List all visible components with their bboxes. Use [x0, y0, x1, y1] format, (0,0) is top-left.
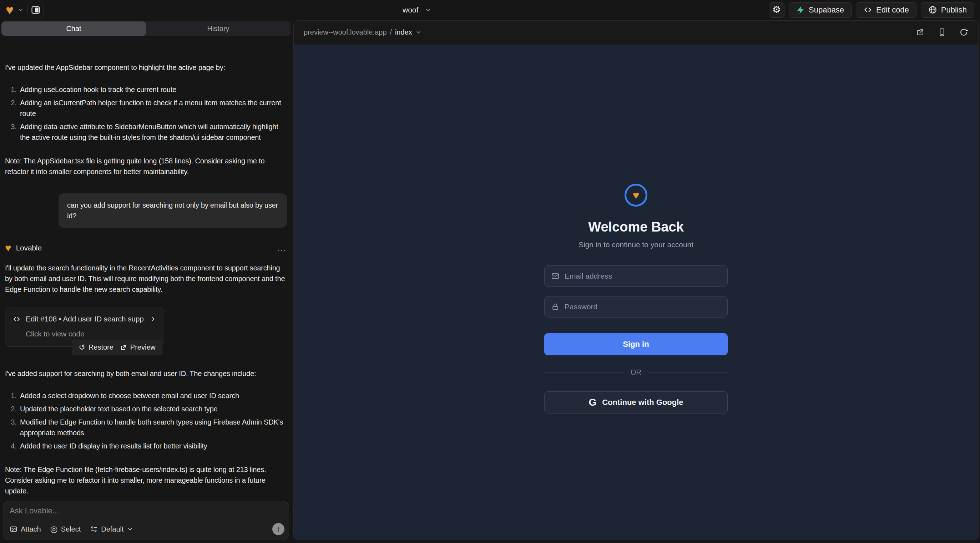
google-sign-in-button[interactable]: G Continue with Google	[544, 391, 728, 413]
phone-icon	[937, 28, 947, 37]
panel-left-icon	[31, 5, 41, 15]
globe-icon	[928, 5, 937, 14]
tab-history[interactable]: History	[146, 21, 291, 36]
mail-icon	[551, 272, 560, 280]
restore-button[interactable]: ↺ Restore	[76, 343, 115, 351]
edit-code-card[interactable]: Edit #108 • Add user ID search supp... C…	[5, 307, 164, 347]
code-icon	[863, 5, 872, 14]
google-g-icon: G	[589, 397, 597, 407]
lock-icon	[551, 303, 560, 311]
lovable-heart-icon: ♥	[5, 243, 11, 253]
preview-domain: preview--woof.lovable.app	[304, 28, 387, 37]
settings-button[interactable]: ⚙	[769, 2, 784, 18]
or-label: OR	[631, 368, 641, 376]
divider-line	[544, 372, 624, 373]
assistant-header: ♥ Lovable …	[5, 243, 287, 253]
assistant-paragraph: I'll update the search functionality in …	[5, 263, 287, 295]
preview-panel: preview--woof.lovable.app / index	[293, 20, 978, 540]
list-item: Added the user ID display in the results…	[19, 441, 287, 451]
email-input[interactable]	[565, 272, 721, 280]
chat-history-tabs: Chat History	[2, 21, 291, 36]
edit-card-subtitle: Click to view code	[26, 329, 157, 339]
supabase-bolt-icon	[796, 6, 805, 14]
app-logo: ♥	[625, 184, 648, 206]
chat-messages[interactable]: I've updated the AppSidebar component to…	[0, 56, 292, 499]
list-item: Added a select dropdown to choose betwee…	[19, 390, 287, 401]
attach-button[interactable]: Attach	[10, 525, 41, 533]
gear-icon: ⚙	[772, 5, 781, 14]
external-link-icon	[120, 344, 127, 351]
publish-button[interactable]: Publish	[921, 2, 974, 18]
send-button[interactable]: ↑	[272, 523, 285, 535]
edit-code-button[interactable]: Edit code	[856, 2, 916, 18]
user-message-bubble: can you add support for searching not on…	[59, 194, 287, 228]
message-menu-icon[interactable]: …	[277, 243, 287, 253]
refresh-icon	[959, 28, 968, 37]
signin-card: ♥ Welcome Back Sign in to continue to yo…	[544, 44, 728, 540]
sign-in-button[interactable]: Sign in	[544, 333, 728, 355]
chevron-down-icon[interactable]	[18, 7, 24, 13]
composer: Attach ◎ Select Default ↑	[3, 501, 289, 540]
password-field	[544, 296, 728, 318]
restore-icon: ↺	[78, 344, 85, 351]
list-item: Adding data-active attribute to SidebarM…	[19, 121, 287, 143]
heart-icon: ♥	[633, 189, 640, 201]
list-item: Adding an isCurrentPath helper function …	[19, 97, 287, 119]
list-item: Updated the placeholder text based on th…	[19, 403, 287, 414]
chat-panel: Chat History I've updated the AppSidebar…	[0, 20, 292, 543]
assistant-note: Note: The AppSidebar.tsx file is getting…	[5, 156, 287, 177]
arrow-up-icon: ↑	[277, 525, 280, 533]
list-item: Adding useLocation hook to track the cur…	[19, 84, 287, 95]
project-name: woof	[402, 6, 418, 14]
code-icon	[13, 315, 21, 323]
page-title: Welcome Back	[588, 219, 684, 235]
supabase-button[interactable]: Supabase	[789, 2, 851, 18]
external-link-icon	[916, 28, 925, 37]
preview-header: preview--woof.lovable.app / index	[294, 21, 978, 44]
target-icon: ◎	[50, 525, 58, 533]
page-subtitle: Sign in to continue to your account	[579, 240, 694, 249]
chevron-down-icon	[127, 526, 133, 532]
topbar: ♥ woof ⚙ Supabase	[0, 0, 980, 20]
preview-url-selector[interactable]: preview--woof.lovable.app / index	[304, 28, 422, 37]
mode-selector[interactable]: Default	[90, 525, 133, 533]
edit-card-toolbar: ↺ Restore Preview	[72, 340, 162, 355]
chevron-down-icon	[415, 29, 422, 35]
lovable-logo-heart-icon[interactable]: ♥	[6, 3, 14, 17]
password-input[interactable]	[565, 303, 721, 311]
sliders-icon	[90, 525, 98, 533]
assistant-name: Lovable	[16, 243, 42, 253]
mobile-view-button[interactable]	[937, 28, 947, 37]
open-in-new-tab-button[interactable]	[916, 28, 925, 37]
tab-chat[interactable]: Chat	[2, 21, 146, 36]
or-divider: OR	[544, 368, 728, 376]
chat-input[interactable]	[10, 506, 282, 520]
preview-button[interactable]: Preview	[118, 343, 158, 351]
assistant-list: Added a select dropdown to choose betwee…	[5, 390, 287, 451]
email-field	[544, 265, 728, 287]
path-separator: /	[390, 28, 392, 37]
sidebar-toggle-button[interactable]	[27, 2, 44, 18]
project-switcher[interactable]: woof	[402, 0, 432, 20]
user-message-text: can you add support for searching not on…	[67, 201, 278, 220]
assistant-paragraph: I've added support for searching by both…	[5, 368, 287, 379]
chevron-right-icon	[150, 315, 157, 322]
assistant-note: Note: The Edge Function file (fetch-fire…	[5, 464, 287, 496]
assistant-paragraph: I've updated the AppSidebar component to…	[5, 62, 287, 73]
refresh-button[interactable]	[959, 28, 968, 37]
chevron-down-icon	[425, 6, 432, 14]
edit-card-title: Edit #108 • Add user ID search supp...	[26, 314, 145, 324]
select-button[interactable]: ◎ Select	[50, 525, 81, 533]
preview-iframe: ♥ Welcome Back Sign in to continue to yo…	[294, 44, 978, 540]
divider-line	[648, 372, 728, 373]
image-icon	[10, 525, 18, 533]
preview-page: index	[395, 28, 412, 37]
list-item: Modified the Edge Function to handle bot…	[19, 417, 287, 438]
assistant-list: Adding useLocation hook to track the cur…	[5, 84, 287, 143]
